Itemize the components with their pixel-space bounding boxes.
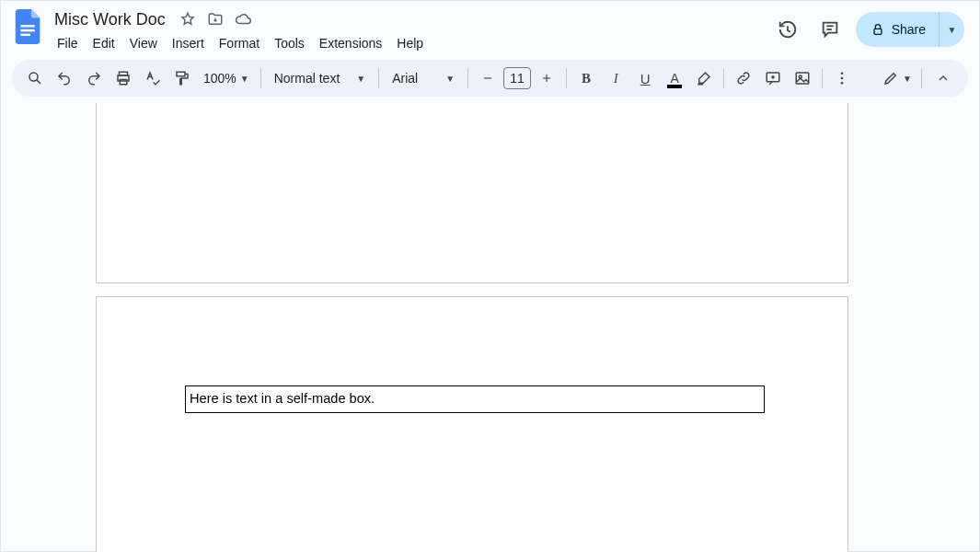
separator bbox=[566, 68, 567, 88]
header: Misc Work Doc File Edit View Insert Form… bbox=[1, 1, 979, 54]
page[interactable]: Here is text in a self-made box. bbox=[96, 296, 848, 552]
menu-edit[interactable]: Edit bbox=[86, 32, 121, 54]
font-dropdown[interactable]: Arial▼ bbox=[385, 71, 462, 86]
share-dropdown[interactable]: ▼ bbox=[939, 12, 964, 47]
collapse-toolbar-icon[interactable] bbox=[928, 63, 959, 94]
title-area: Misc Work Doc File Edit View Insert Form… bbox=[51, 8, 430, 54]
menu-extensions[interactable]: Extensions bbox=[313, 32, 388, 54]
chevron-down-icon: ▼ bbox=[903, 74, 912, 84]
font-value: Arial bbox=[392, 71, 418, 86]
link-icon[interactable] bbox=[730, 64, 757, 92]
editing-mode-icon[interactable]: ▼ bbox=[879, 64, 916, 92]
underline-icon[interactable]: U bbox=[631, 64, 659, 92]
svg-rect-2 bbox=[20, 34, 29, 36]
search-icon[interactable] bbox=[21, 64, 49, 92]
redo-icon[interactable] bbox=[80, 64, 108, 92]
increase-font-icon[interactable] bbox=[533, 64, 560, 92]
chevron-down-icon: ▼ bbox=[356, 74, 365, 84]
docs-app-icon[interactable] bbox=[12, 10, 45, 43]
svg-point-6 bbox=[29, 73, 38, 81]
separator bbox=[723, 68, 724, 88]
separator bbox=[467, 68, 468, 88]
toolbar-container: 100%▼ Normal text▼ Arial▼ 11 B I U A ▼ bbox=[1, 54, 979, 97]
svg-point-21 bbox=[841, 72, 844, 75]
lock-icon bbox=[870, 22, 885, 37]
italic-icon[interactable]: I bbox=[602, 64, 629, 92]
menu-help[interactable]: Help bbox=[390, 32, 430, 54]
page-prev[interactable] bbox=[96, 103, 848, 283]
svg-rect-0 bbox=[20, 25, 34, 27]
svg-rect-19 bbox=[796, 73, 809, 84]
toolbar: 100%▼ Normal text▼ Arial▼ 11 B I U A ▼ bbox=[12, 60, 968, 97]
separator bbox=[260, 68, 261, 88]
svg-point-23 bbox=[841, 82, 844, 85]
header-right: Share ▼ bbox=[771, 8, 968, 47]
zoom-dropdown[interactable]: 100%▼ bbox=[198, 71, 255, 86]
paragraph-style-dropdown[interactable]: Normal text▼ bbox=[267, 71, 373, 86]
text-box[interactable]: Here is text in a self-made box. bbox=[185, 385, 765, 413]
insert-image-icon[interactable] bbox=[789, 64, 816, 92]
star-icon[interactable] bbox=[179, 10, 197, 29]
undo-icon[interactable] bbox=[51, 64, 78, 92]
svg-rect-1 bbox=[20, 29, 34, 31]
separator bbox=[921, 68, 922, 88]
menu-file[interactable]: File bbox=[51, 32, 85, 54]
menu-insert[interactable]: Insert bbox=[166, 32, 211, 54]
bold-icon[interactable]: B bbox=[572, 64, 600, 92]
svg-line-7 bbox=[37, 80, 40, 84]
spellcheck-icon[interactable] bbox=[139, 64, 167, 92]
menu-view[interactable]: View bbox=[123, 32, 164, 54]
paint-format-icon[interactable] bbox=[168, 64, 196, 92]
style-value: Normal text bbox=[274, 71, 340, 86]
more-icon[interactable] bbox=[828, 64, 856, 92]
print-icon[interactable] bbox=[110, 64, 137, 92]
doc-title[interactable]: Misc Work Doc bbox=[51, 10, 169, 29]
comments-icon[interactable] bbox=[813, 13, 847, 46]
document-canvas[interactable]: Here is text in a self-made box. bbox=[0, 103, 980, 552]
menu-bar: File Edit View Insert Format Tools Exten… bbox=[51, 32, 430, 54]
share-button[interactable]: Share bbox=[856, 12, 939, 47]
svg-point-22 bbox=[841, 77, 844, 80]
font-size-control: 11 bbox=[474, 64, 560, 92]
menu-format[interactable]: Format bbox=[213, 32, 266, 54]
separator bbox=[822, 68, 823, 88]
svg-rect-5 bbox=[874, 29, 882, 34]
chevron-down-icon: ▼ bbox=[445, 74, 455, 84]
svg-rect-12 bbox=[177, 72, 185, 76]
cloud-status-icon[interactable] bbox=[234, 10, 252, 29]
separator bbox=[378, 68, 379, 88]
font-size-input[interactable]: 11 bbox=[503, 67, 531, 89]
chevron-down-icon: ▼ bbox=[240, 74, 249, 84]
highlight-icon[interactable] bbox=[690, 64, 718, 92]
menu-tools[interactable]: Tools bbox=[268, 32, 311, 54]
history-icon[interactable] bbox=[771, 13, 804, 46]
decrease-font-icon[interactable] bbox=[474, 64, 502, 92]
text-color-icon[interactable]: A bbox=[661, 64, 688, 92]
move-icon[interactable] bbox=[206, 10, 225, 29]
share-button-group: Share ▼ bbox=[856, 12, 964, 47]
zoom-value: 100% bbox=[203, 71, 236, 86]
add-comment-icon[interactable] bbox=[759, 64, 787, 92]
share-label: Share bbox=[892, 22, 926, 37]
